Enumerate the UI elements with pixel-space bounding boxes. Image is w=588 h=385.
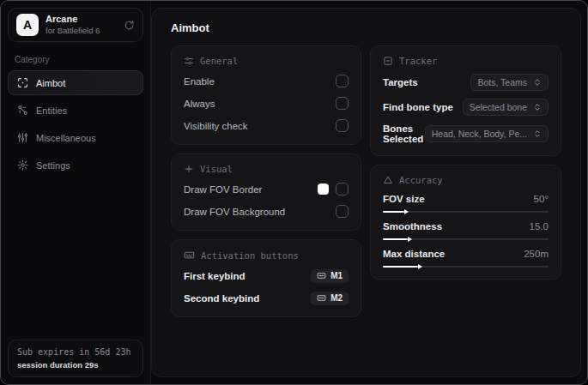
card-title: Visual [200,164,233,174]
entities-icon [17,105,28,116]
slider-value: 50° [534,194,549,204]
page-title: Aimbot [171,21,561,34]
setting-label: Bones Selected [383,123,425,144]
visibility-check-checkbox[interactable] [336,119,349,132]
card-title: Activation buttons [201,250,299,261]
sidebar-item-label: Entities [36,105,67,116]
setting-row-draw-fov-border: Draw FOV Border [184,182,349,196]
setting-row-first-keybind: First keybind M1 [184,268,349,283]
setting-row-enable: Enable [184,74,349,88]
fov-border-color-swatch[interactable] [318,183,329,195]
slider-value: 250m [524,249,549,259]
targets-dropdown[interactable]: Bots, Teams [470,74,549,91]
draw-fov-border-checkbox[interactable] [336,183,349,196]
main-panel: Aimbot General Enable [151,8,581,377]
setting-row-visibility-check: Visibility check [184,118,349,133]
sidebar-item-label: Settings [36,160,70,171]
sidebar-item-settings[interactable]: Settings [8,153,143,177]
slider-fill [383,266,418,268]
category-label: Category [15,55,136,64]
slider-value: 15.0 [530,221,549,232]
square-minus-icon [383,56,393,66]
bones-selected-dropdown[interactable]: Head, Neck, Body, Pe... [425,125,549,142]
visual-card: Visual Draw FOV Border Draw FOV Backgrou… [171,153,361,231]
sidebar-item-label: Miscellaneous [36,133,96,143]
setting-label: Enable [184,76,215,87]
sliders-vertical-icon [17,132,28,143]
max-distance-slider[interactable] [383,266,549,268]
smoothness-slider[interactable] [383,238,549,240]
chevrons-up-down-icon [533,129,542,138]
find-bone-type-dropdown[interactable]: Selected bone [463,99,549,116]
keybind-value: M1 [330,271,342,280]
tracker-card: Tracker Targets Bots, Teams [370,45,561,156]
setting-row-second-keybind: Second keybind M2 [184,291,349,305]
second-keybind-button[interactable]: M2 [311,292,349,305]
fov-size-slider[interactable] [383,211,549,213]
draw-fov-background-checkbox[interactable] [336,205,349,218]
setting-label: First keybind [184,271,246,281]
setting-row-find-bone-type: Find bone type Selected bone [383,99,549,116]
sidebar-nav: Aimbot Entities Miscellaneous [8,70,143,177]
tune-icon [184,56,194,66]
card-title: Tracker [399,56,437,66]
subscription-card: Sub expires in 56d 23h session duration … [8,340,143,377]
app-window: A Arcane for Battlefield 6 Category Aimb… [0,0,588,385]
max-distance-slider-group: Max distance 250m [383,249,549,268]
first-keybind-button[interactable]: M1 [311,269,349,283]
brand-subtitle: for Battlefield 6 [45,26,100,36]
setting-label: Always [184,99,215,109]
keyboard-icon [317,271,326,280]
slider-label: Max distance [383,249,445,259]
sub-expires-text: Sub expires in 56d 23h [17,347,134,357]
slider-label: FOV size [383,194,425,204]
setting-label: Draw FOV Background [184,207,285,217]
setting-label: Targets [383,77,418,87]
always-checkbox[interactable] [336,97,349,110]
general-card: General Enable Always Visibility check [171,45,361,145]
dropdown-value: Head, Neck, Body, Pe... [432,129,527,139]
activation-buttons-card: Activation buttons First keybind M1 [171,239,361,317]
brand-card: A Arcane for Battlefield 6 [8,8,143,42]
brand-name: Arcane [45,14,100,26]
setting-row-targets: Targets Bots, Teams [383,74,549,91]
crosshair-icon [17,77,28,88]
accuracy-card: Accuracy FOV size 50° Smoothness [370,165,561,280]
card-title: Accuracy [399,175,443,185]
sidebar-item-label: Aimbot [36,78,65,88]
setting-row-always: Always [184,96,349,111]
slider-label: Smoothness [383,221,442,232]
setting-label: Visibility check [184,121,248,131]
setting-label: Second keybind [184,293,259,304]
triangle-icon [383,175,393,185]
gear-icon [17,159,28,171]
sidebar-item-entities[interactable]: Entities [8,98,143,123]
brand-logo: A [16,14,39,36]
setting-row-bones-selected: Bones Selected Head, Neck, Body, Pe... [383,123,549,144]
sidebar-item-miscellaneous[interactable]: Miscellaneous [8,125,143,150]
dropdown-value: Selected bone [470,102,527,112]
refresh-icon[interactable] [124,20,135,31]
chevrons-up-down-icon [533,78,542,87]
enable-checkbox[interactable] [336,75,349,87]
sidebar: A Arcane for Battlefield 6 Category Aimb… [1,1,151,384]
fov-size-slider-group: FOV size 50° [383,194,549,213]
card-title: General [200,56,238,66]
setting-label: Draw FOV Border [184,184,262,195]
session-duration-text: session duration 29s [17,360,134,370]
slider-fill [383,238,408,240]
keybind-value: M2 [330,293,342,303]
sliders-icon [184,164,194,174]
dropdown-value: Bots, Teams [477,77,527,87]
setting-row-draw-fov-background: Draw FOV Background [184,204,349,219]
setting-label: Find bone type [383,102,453,112]
chevrons-up-down-icon [533,103,542,111]
smoothness-slider-group: Smoothness 15.0 [383,221,549,240]
keyboard-icon [184,250,195,261]
sidebar-item-aimbot[interactable]: Aimbot [8,70,143,95]
slider-fill [383,211,404,213]
keyboard-icon [317,293,326,303]
